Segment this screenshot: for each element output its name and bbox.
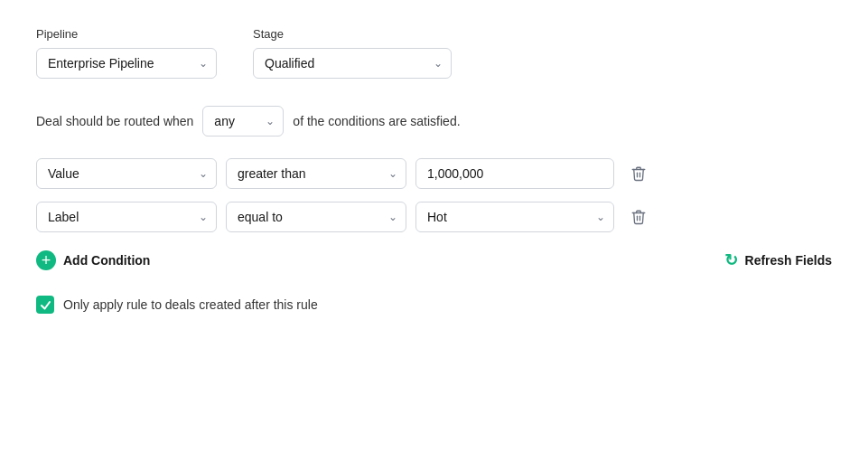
checkbox-row: Only apply rule to deals created after t…	[36, 296, 832, 314]
plus-circle-icon: +	[36, 250, 56, 270]
condition-2-field-select[interactable]: Value Label Owner Stage	[36, 202, 217, 232]
pipeline-label: Pipeline	[36, 27, 217, 41]
condition-row: Value Label Owner Stage ⌄ greater than l…	[36, 202, 832, 232]
condition-1-delete-button[interactable]	[623, 162, 654, 185]
routing-suffix: of the conditions are satisfied.	[293, 114, 460, 128]
condition-row: Value Label Owner Stage ⌄ greater than l…	[36, 158, 832, 189]
bottom-actions: + Add Condition ↻ Refresh Fields	[36, 250, 832, 270]
refresh-icon: ↻	[724, 250, 738, 270]
stage-label: Stage	[253, 27, 452, 41]
apply-rule-checkbox[interactable]	[36, 296, 54, 314]
add-condition-label: Add Condition	[63, 253, 150, 268]
condition-1-operator-select[interactable]: greater than less than equal to not equa…	[226, 158, 406, 189]
stage-select[interactable]: Qualified Unqualified Closed Won Closed …	[253, 48, 452, 79]
conditions-area: Value Label Owner Stage ⌄ greater than l…	[36, 158, 832, 232]
pipeline-select[interactable]: Enterprise Pipeline Standard Pipeline	[36, 48, 217, 79]
refresh-fields-button[interactable]: ↻ Refresh Fields	[724, 250, 832, 270]
routing-prefix: Deal should be routed when	[36, 114, 193, 128]
condition-1-field-select[interactable]: Value Label Owner Stage	[36, 158, 217, 189]
apply-rule-label: Only apply rule to deals created after t…	[63, 297, 318, 312]
condition-1-value-input[interactable]	[415, 158, 614, 189]
condition-2-operator-select[interactable]: greater than less than equal to not equa…	[226, 202, 406, 232]
condition-2-delete-button[interactable]	[623, 205, 654, 229]
refresh-fields-label: Refresh Fields	[745, 253, 832, 268]
any-select[interactable]: any all	[202, 106, 284, 137]
condition-2-value-select[interactable]: Hot Warm Cold	[415, 202, 614, 232]
add-condition-button[interactable]: + Add Condition	[36, 250, 150, 270]
